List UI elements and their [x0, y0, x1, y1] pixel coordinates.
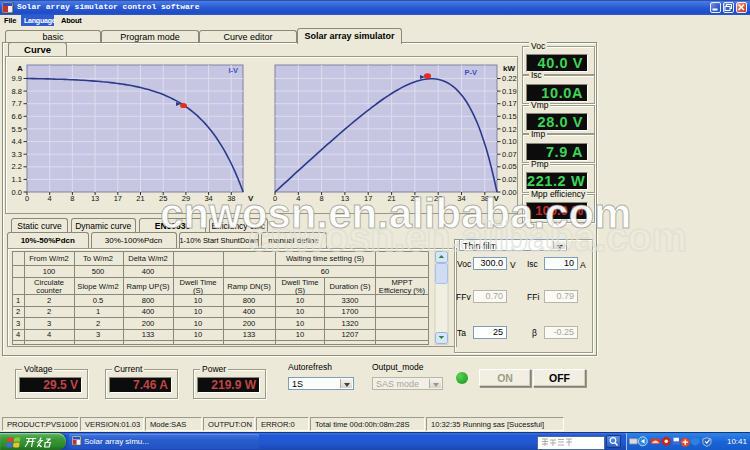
svg-text:10: 10	[194, 307, 202, 316]
svg-text:10: 10	[194, 296, 202, 305]
svg-text:Ramp DN(S): Ramp DN(S)	[227, 282, 271, 291]
svg-text:(S): (S)	[193, 286, 204, 295]
svg-text:200: 200	[243, 319, 256, 328]
svg-text:2: 2	[47, 296, 51, 305]
svg-text:counter: counter	[36, 286, 62, 295]
svg-text:4: 4	[47, 330, 51, 339]
svg-text:4: 4	[16, 330, 20, 339]
svg-text:Efficiency (%): Efficiency (%)	[379, 286, 426, 295]
svg-text:3: 3	[16, 319, 20, 328]
svg-text:1320: 1320	[342, 319, 359, 328]
svg-text:1: 1	[16, 296, 20, 305]
svg-text:0.12: 0.12	[502, 125, 517, 134]
svg-text:10: 10	[296, 330, 304, 339]
svg-text:133: 133	[142, 330, 155, 339]
svg-text:1207: 1207	[342, 330, 359, 339]
svg-text:kW: kW	[503, 64, 515, 73]
svg-text:10: 10	[194, 319, 202, 328]
svg-text:10: 10	[296, 296, 304, 305]
svg-text:10: 10	[194, 330, 202, 339]
svg-text:10: 10	[296, 307, 304, 316]
svg-text:Slope W/m2: Slope W/m2	[77, 282, 118, 291]
svg-text:0.07: 0.07	[502, 150, 517, 159]
svg-text:(S): (S)	[295, 286, 306, 295]
svg-text:3: 3	[47, 319, 51, 328]
svg-text:To W/m2: To W/m2	[83, 254, 113, 263]
svg-text:400: 400	[243, 307, 256, 316]
svg-text:400: 400	[142, 267, 155, 276]
svg-text:2: 2	[96, 319, 100, 328]
svg-text:0.05: 0.05	[502, 162, 517, 171]
svg-text:0.02: 0.02	[502, 175, 517, 184]
svg-text:133: 133	[243, 330, 256, 339]
svg-text:3: 3	[96, 330, 100, 339]
svg-text:200: 200	[142, 319, 155, 328]
svg-text:1: 1	[96, 307, 100, 316]
svg-text:3300: 3300	[342, 296, 359, 305]
svg-text:0.17: 0.17	[502, 99, 517, 108]
svg-text:2: 2	[47, 307, 51, 316]
svg-text:Delta W/m2: Delta W/m2	[128, 254, 168, 263]
svg-text:500: 500	[92, 267, 105, 276]
svg-text:10: 10	[296, 319, 304, 328]
svg-text:Duration (S): Duration (S)	[330, 282, 371, 291]
svg-text:800: 800	[243, 296, 256, 305]
svg-text:0.5: 0.5	[93, 296, 104, 305]
svg-text:800: 800	[142, 296, 155, 305]
svg-text:Ramp UP(S): Ramp UP(S)	[126, 282, 170, 291]
svg-text:0.19: 0.19	[502, 87, 517, 96]
svg-text:0.15: 0.15	[502, 112, 517, 121]
svg-text:From W/m2: From W/m2	[29, 254, 69, 263]
svg-text:100: 100	[43, 267, 56, 276]
svg-text:0.22: 0.22	[502, 74, 517, 83]
svg-text:60: 60	[321, 267, 329, 276]
svg-text:0.10: 0.10	[502, 137, 517, 146]
svg-text:2: 2	[16, 307, 20, 316]
svg-text:1700: 1700	[342, 307, 359, 316]
svg-text:400: 400	[142, 307, 155, 316]
